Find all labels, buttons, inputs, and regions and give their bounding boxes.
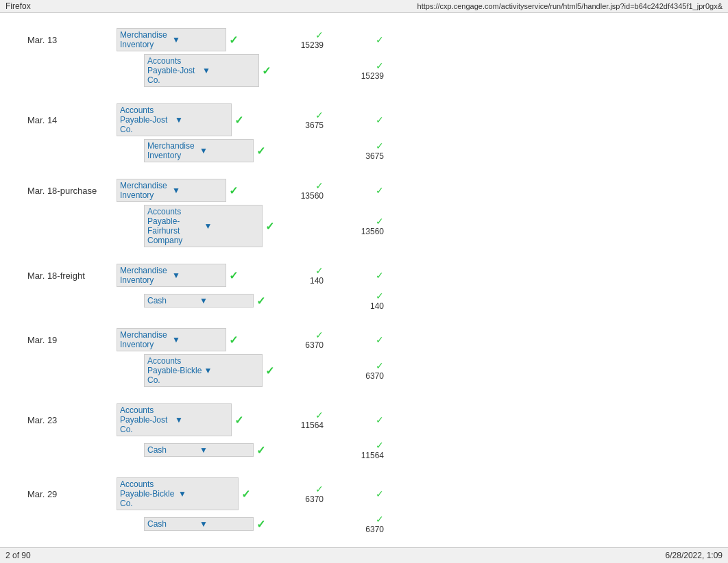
debit-credit-check-icon: ✓ [329,488,384,499]
account-wrapper: Accounts Payable-Jost Co.▼✓ [117,403,274,436]
account-select[interactable]: Merchandise Inventory▼ [117,264,226,287]
top-bar: Firefox https://cxp.cengage.com/activity… [0,0,728,13]
credit-amount: 3675 [329,151,384,161]
account-check-icon[interactable]: ✓ [229,334,238,347]
account-check-icon[interactable]: ✓ [256,295,265,308]
account-check-icon[interactable]: ✓ [256,518,265,531]
account-check-icon[interactable]: ✓ [265,220,274,233]
debit-check-icon: ✓ [274,29,324,40]
account-check-icon[interactable]: ✓ [241,488,250,501]
entry-row: Accounts Payable-Bickle Co.▼✓✓6370 [27,353,701,388]
account-check-icon[interactable]: ✓ [234,414,243,427]
credit-col: ✓ [329,334,384,345]
entry-row: Merchandise Inventory▼✓✓3675 [27,138,701,164]
account-select[interactable]: Merchandise Inventory▼ [117,179,226,202]
chevron-down-icon: ▼ [175,415,228,425]
main-content: Mar. 13Merchandise Inventory▼✓✓15239✓Acc… [0,13,728,563]
credit-col: ✓11564 [329,440,384,460]
account-wrapper: Cash▼✓ [130,517,274,531]
account-col: Merchandise Inventory▼✓ [117,179,274,202]
account-col: Cash▼✓ [117,294,274,308]
credit-col: ✓ [329,114,384,125]
credit-amount: 13560 [329,227,384,236]
account-check-icon[interactable]: ✓ [262,64,271,77]
account-check-icon[interactable]: ✓ [265,364,274,377]
entry-date: Mar. 23 [27,415,117,425]
account-check-icon[interactable]: ✓ [229,269,238,282]
entry-row: Mar. 23Accounts Payable-Jost Co.▼✓✓11564… [27,402,701,438]
browser-app-label: Firefox [5,1,31,11]
credit-amount: 15239 [329,71,384,81]
entry-row: Mar. 29Accounts Payable-Bickle Co.▼✓✓637… [27,476,701,512]
account-name: Accounts Payable-Bickle Co. [147,356,203,385]
debit-check-icon: ✓ [274,329,324,340]
account-name: Merchandise Inventory [120,181,171,200]
account-col: Accounts Payable-Jost Co.▼✓ [117,103,274,136]
entry-row: Mar. 19Merchandise Inventory▼✓✓6370✓ [27,327,701,353]
journal-entry: Mar. 23Accounts Payable-Jost Co.▼✓✓11564… [27,402,701,462]
account-name: Cash [147,296,198,305]
account-col: Accounts Payable-Jost Co.▼✓ [117,54,274,87]
chevron-down-icon: ▼ [178,489,235,499]
account-select[interactable]: Accounts Payable-Bickle Co.▼ [117,477,239,510]
account-check-icon[interactable]: ✓ [256,145,265,158]
account-select[interactable]: Merchandise Inventory▼ [117,328,226,351]
journal-entry: Mar. 18-freightMerchandise Inventory▼✓✓1… [27,262,701,313]
chevron-down-icon: ▼ [172,335,223,345]
chevron-down-icon: ▼ [172,271,223,280]
account-name: Cash [147,445,198,455]
account-select[interactable]: Accounts Payable-Jost Co.▼ [144,54,259,87]
account-select[interactable]: Merchandise Inventory▼ [117,28,226,51]
entry-date: Mar. 13 [27,35,117,45]
account-col: Merchandise Inventory▼✓ [117,139,274,162]
account-name: Accounts Payable-Jost Co. [147,56,201,85]
credit-col: ✓6370 [329,514,384,534]
credit-col: ✓ [329,185,384,196]
chevron-down-icon: ▼ [175,115,228,125]
account-col: Accounts Payable-Bickle Co.▼✓ [117,477,274,510]
debit-credit-check-icon: ✓ [329,114,384,125]
account-select[interactable]: Cash▼ [144,294,254,308]
debit-credit-check-icon: ✓ [329,334,384,345]
journal-entry: Mar. 18-purchaseMerchandise Inventory▼✓✓… [27,177,701,249]
account-select[interactable]: Cash▼ [144,517,254,531]
account-select[interactable]: Accounts Payable-Jost Co.▼ [117,103,232,136]
credit-col: ✓ [329,414,384,425]
debit-col: ✓3675 [274,110,329,130]
debit-check-icon: ✓ [274,265,324,276]
account-name: Cash [147,519,198,529]
account-check-icon[interactable]: ✓ [229,184,238,197]
debit-col: ✓6370 [274,484,329,504]
footer-bar: 2 of 90 6/28/2022, 1:09 [0,547,728,563]
chevron-down-icon: ▼ [204,366,260,375]
entry-row: Cash▼✓✓140 [27,288,701,313]
account-wrapper: Accounts Payable-Bickle Co.▼✓ [117,477,274,510]
account-col: Merchandise Inventory▼✓ [117,328,274,351]
account-wrapper: Merchandise Inventory▼✓ [117,264,274,287]
credit-check-icon: ✓ [329,290,384,301]
account-name: Merchandise Inventory [147,141,198,160]
credit-check-icon: ✓ [329,514,384,525]
account-name: Accounts Payable-Jost Co. [120,105,173,134]
chevron-down-icon: ▼ [199,296,250,305]
entry-row: Mar. 14Accounts Payable-Jost Co.▼✓✓3675✓ [27,102,701,138]
account-select[interactable]: Accounts Payable-Jost Co.▼ [117,403,232,436]
entry-row: Cash▼✓✓11564 [27,438,701,462]
debit-amount: 6370 [274,495,324,504]
account-check-icon[interactable]: ✓ [256,444,265,457]
account-select[interactable]: Accounts Payable-Bickle Co.▼ [144,354,263,387]
debit-amount: 6370 [274,340,324,350]
entry-date: Mar. 18-purchase [27,186,117,196]
debit-col: ✓6370 [274,329,329,350]
debit-col: ✓13560 [274,180,329,201]
debit-check-icon: ✓ [274,180,324,191]
account-wrapper: Accounts Payable-Jost Co.▼✓ [130,54,274,87]
credit-col: ✓6370 [329,360,384,381]
account-select[interactable]: Cash▼ [144,443,254,457]
account-select[interactable]: Accounts Payable-Fairhurst Company▼ [144,205,263,247]
credit-col: ✓13560 [329,216,384,236]
account-select[interactable]: Merchandise Inventory▼ [144,139,254,162]
account-check-icon[interactable]: ✓ [234,114,243,127]
account-wrapper: Merchandise Inventory▼✓ [117,328,274,351]
account-check-icon[interactable]: ✓ [229,34,238,47]
